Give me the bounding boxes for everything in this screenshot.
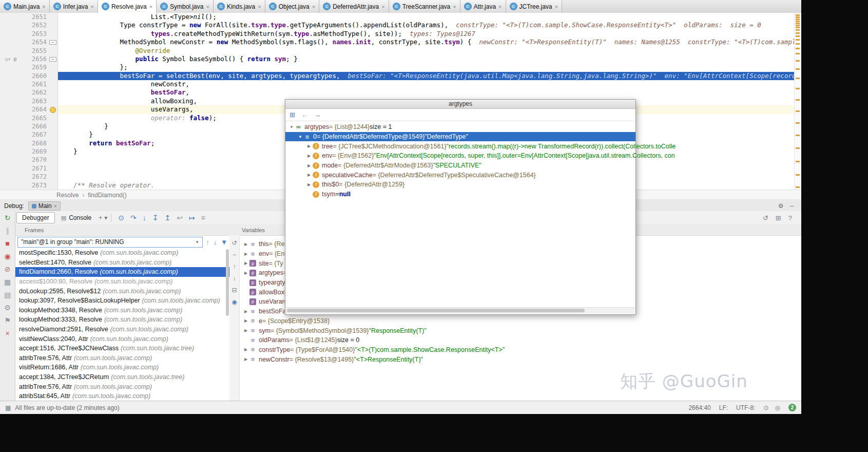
encoding-indicator[interactable]: UTF-8:	[736, 404, 755, 411]
chevron-icon[interactable]: ▶	[242, 242, 249, 247]
copy-value-icon[interactable]: ⊞	[290, 111, 295, 119]
editor-tab[interactable]: CKinds.java×	[214, 0, 265, 13]
popup-hscroll-thumb[interactable]	[287, 309, 585, 312]
export-icon[interactable]: ⊞	[776, 214, 781, 222]
popup-title[interactable]: argtypes	[285, 100, 635, 109]
close-icon[interactable]: ×	[381, 4, 384, 10]
close-icon[interactable]: ×	[54, 203, 57, 209]
rerun-button[interactable]: ↻	[5, 214, 11, 221]
frame-row[interactable]: mostSpecific:1530, Resolve (com.sun.tool…	[15, 248, 229, 258]
thread-dropdown[interactable]: "main"@1 in group "main": RUNNING ▼	[17, 237, 203, 248]
frame-row[interactable]: selectBest:1470, Resolve (com.sun.tools.…	[15, 258, 229, 268]
debug-session-tab[interactable]: Main ×	[28, 201, 61, 211]
chevron-icon[interactable]: ▶	[305, 182, 313, 187]
editor-tab[interactable]: CMain.java×	[0, 0, 50, 13]
popup-hscrollbar[interactable]	[286, 307, 635, 314]
chevron-icon[interactable]: ▶	[242, 309, 249, 314]
editor-tab[interactable]: CResolve.java×	[98, 0, 157, 13]
mute-breakpoints-button[interactable]: ⊘	[5, 266, 11, 273]
editor-tab[interactable]: CSymbol.java×	[157, 0, 214, 13]
chevron-icon[interactable]: ▶	[242, 328, 249, 333]
help-icon[interactable]: ?	[788, 214, 792, 222]
variable-row[interactable]: ▶fmode = {DeferredAttr$AttrMode@1563} "S…	[285, 161, 635, 171]
chevron-icon[interactable]: ▶	[305, 144, 313, 148]
breadcrumb-class[interactable]: Resolve	[56, 192, 79, 199]
caret-position[interactable]: 2664:40	[688, 404, 710, 411]
duplicate-icon[interactable]: ⊟	[232, 287, 237, 294]
add-tab-button[interactable]: +	[99, 214, 102, 221]
drop-frame-button[interactable]: ↩	[173, 214, 186, 222]
frames-scrollbar[interactable]	[226, 249, 229, 316]
variable-row[interactable]: ▶fthis$0 = {DeferredAttr@1259}	[285, 180, 635, 190]
chevron-icon[interactable]: ▶	[242, 261, 249, 266]
editor-tab[interactable]: CAttr.java×	[460, 0, 506, 13]
close-icon[interactable]: ×	[258, 4, 261, 10]
notifications-icon[interactable]: ◎	[775, 404, 780, 411]
code-line[interactable]: 2659};	[0, 63, 795, 71]
close-icon[interactable]: ×	[312, 4, 315, 10]
frame-row[interactable]: attribStat:645, Attr (com.sun.tools.java…	[15, 391, 229, 401]
fold-icon[interactable]: −	[49, 57, 56, 62]
chevron-icon[interactable]: ▶	[242, 271, 249, 275]
intention-bulb-icon[interactable]	[50, 107, 56, 113]
close-icon[interactable]: ×	[206, 4, 209, 10]
variable-row[interactable]: ▶≡constrType = {Type$ForAll@1540} "<T>(T…	[240, 345, 801, 355]
breadcrumb-method[interactable]: findDiamond()	[88, 192, 126, 199]
chevron-icon[interactable]: ▶	[305, 173, 313, 177]
frame-row[interactable]: attribTree:576, Attr (com.sun.tools.java…	[15, 353, 229, 363]
frame-row[interactable]: resolveDiamond:2591, Resolve (com.sun.to…	[15, 325, 229, 334]
code-line[interactable]: ○↑ @2656−public Symbol baseSymbol() { re…	[0, 55, 795, 63]
step-into-button[interactable]: ↓	[140, 214, 149, 222]
tab-console[interactable]: ▤Console	[56, 213, 97, 223]
frame-up-button[interactable]: ↑	[206, 238, 209, 246]
variable-row[interactable]: ≡oldParams = {List$1@1245} size = 0	[240, 335, 801, 345]
step-over-button[interactable]: ↷	[127, 214, 140, 222]
frame-row[interactable]: lookup:3097, Resolve$BasicLookupHelper (…	[15, 296, 229, 306]
chevron-icon[interactable]: ▶	[242, 318, 249, 323]
variable-row[interactable]: ▼≡0 = {DeferredAttr$DeferredType@1549} "…	[285, 132, 635, 142]
variable-row[interactable]: ▶fenv = {Env@1562} "Env[AttrContext[Scop…	[285, 151, 635, 161]
history-icon[interactable]: ↺	[763, 214, 768, 222]
force-step-into-button[interactable]: ↧	[149, 214, 162, 222]
show-execution-point-button[interactable]: ⊙	[115, 214, 127, 222]
tab-dropdown-icon[interactable]: ▾	[104, 214, 107, 221]
close-icon[interactable]: ×	[453, 4, 456, 10]
frame-down-button[interactable]: ↓	[214, 238, 217, 246]
editor-tab[interactable]: CJCTree.java×	[506, 0, 563, 13]
back-icon[interactable]: ←	[301, 111, 308, 119]
code-line[interactable]: 2653types.createMethodTypeWithReturn(sym…	[0, 30, 795, 38]
fold-icon[interactable]: −	[49, 40, 56, 45]
frame-row[interactable]: lookupMethod:3333, Resolve (com.sun.tool…	[15, 315, 229, 325]
chevron-icon[interactable]: ▼	[297, 135, 304, 139]
run-to-cursor-button[interactable]: ↦	[186, 214, 198, 222]
tab-debugger[interactable]: Debugger	[16, 212, 55, 223]
close-icon[interactable]: ×	[42, 4, 45, 10]
chevron-icon[interactable]: ▶	[242, 347, 249, 352]
code-line[interactable]: 2651List.<Type>nil();	[0, 13, 795, 21]
frame-row[interactable]: lookupMethod:3348, Resolve (com.sun.tool…	[15, 306, 229, 315]
variable-row[interactable]: ftsym = null	[285, 190, 635, 199]
code-line[interactable]: 2654−MethodSymbol newConstr = new Method…	[0, 38, 795, 46]
editor-tab[interactable]: CDeferredAttr.java×	[319, 0, 389, 13]
settings-button[interactable]: ⚙	[4, 304, 11, 311]
move-up-icon[interactable]: ↑	[233, 263, 236, 270]
code-line[interactable]: 2655@Override	[0, 47, 795, 55]
close-icon[interactable]: ×	[149, 4, 152, 10]
chevron-icon[interactable]: ▶	[305, 154, 313, 158]
frame-row[interactable]: doLookup:2595, Resolve$12 (com.sun.tools…	[15, 286, 229, 296]
frame-row[interactable]: accept:1384, JCTree$JCReturn (com.sun.to…	[15, 372, 229, 382]
code-line[interactable]: 2652Type constrType = new ForAll(site.ts…	[0, 21, 795, 29]
variable-row[interactable]: ▶≡sym = {Symbol$MethodSymbol@1539} "Resp…	[240, 326, 801, 335]
move-down-icon[interactable]: ↓	[233, 275, 236, 282]
pause-button[interactable]: ∥	[6, 227, 9, 234]
settings-gear-icon[interactable]: ⚙	[778, 202, 784, 210]
background-tasks-badge[interactable]: 2	[788, 404, 796, 411]
editor-tab[interactable]: CInfer.java×	[50, 0, 98, 13]
restore-frame-icon[interactable]: ↺	[232, 239, 237, 247]
variable-row[interactable]: ▶fspeculativeCache = {DeferredAttr$Defer…	[285, 170, 635, 180]
close-icon[interactable]: ×	[498, 4, 501, 10]
layout-rows-icon[interactable]: ▤	[4, 291, 11, 298]
frame-row[interactable]: accept:1516, JCTree$JCNewClass (com.sun.…	[15, 344, 229, 353]
hide-panel-icon[interactable]: ─	[789, 202, 794, 210]
close-icon[interactable]: ×	[91, 4, 94, 10]
